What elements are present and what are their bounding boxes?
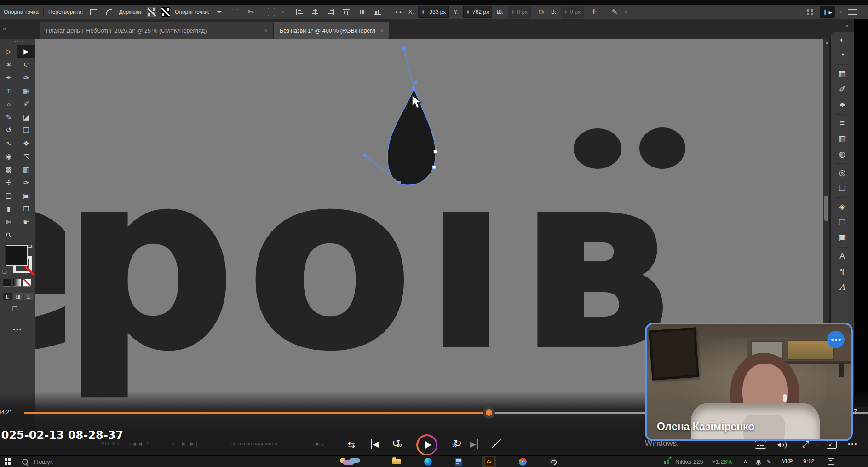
lasso-tool[interactable]: Ϛ bbox=[17, 58, 35, 72]
workspace-switcher[interactable]: ❙▶ bbox=[820, 6, 835, 18]
layers-panel[interactable]: ◈ bbox=[831, 199, 854, 215]
collapse-panels-icon[interactable]: « bbox=[845, 23, 848, 29]
scrollbar-thumb[interactable] bbox=[824, 196, 828, 221]
width-tool[interactable]: ∿ bbox=[0, 137, 17, 150]
stepper-icon[interactable]: ▲▼ bbox=[421, 9, 425, 15]
document-setup-icon[interactable] bbox=[266, 6, 277, 17]
swap-fill-stroke-icon[interactable]: ⇄ bbox=[28, 243, 33, 250]
artboards-panel[interactable]: ❒ bbox=[831, 215, 854, 231]
forward-30-icon[interactable]: ↺30 bbox=[447, 438, 462, 452]
play-button[interactable] bbox=[416, 434, 437, 455]
rewind-10-icon[interactable]: ↺10 bbox=[392, 438, 407, 452]
illustrator-taskbar-icon[interactable]: Ai bbox=[482, 456, 496, 467]
stepper-icon[interactable]: ▲▼ bbox=[466, 9, 470, 15]
arrange-documents-icon[interactable] bbox=[804, 6, 815, 17]
blend-tool[interactable]: ✣ bbox=[0, 176, 17, 190]
transparency-panel[interactable]: ◍ bbox=[831, 147, 854, 162]
volume-icon[interactable] bbox=[777, 441, 789, 449]
add-anchor-icon[interactable]: ✒ bbox=[214, 6, 225, 17]
calculator-icon[interactable] bbox=[453, 456, 464, 467]
y-field[interactable]: ▲▼ 762 px bbox=[463, 6, 492, 18]
stock-change[interactable]: +1.28% bbox=[712, 456, 732, 467]
artboard-tool[interactable]: ❒ bbox=[17, 202, 35, 216]
ellipse-tool[interactable]: ○ bbox=[0, 98, 17, 111]
toolbar-drag-handle[interactable] bbox=[12, 40, 24, 42]
rotate-tool[interactable]: ↺ bbox=[0, 124, 17, 137]
document-tab[interactable]: Плакат День Г НебСотні_2025.ai* @ 25 % (… bbox=[40, 22, 273, 39]
menu-icon[interactable] bbox=[847, 6, 858, 17]
graph-tool[interactable]: ▮ bbox=[0, 202, 17, 216]
chevron-down-icon[interactable]: ˅ bbox=[117, 441, 120, 446]
panel-group-drag-handle[interactable] bbox=[831, 113, 854, 116]
link-dimensions-icon[interactable]: ⧉ bbox=[535, 6, 546, 17]
last-artboard-icon[interactable]: ▶❘ bbox=[190, 441, 199, 447]
pathfinder-panel[interactable]: ▣ bbox=[831, 230, 854, 246]
character-panel[interactable]: A bbox=[831, 249, 854, 265]
align-bottom-icon[interactable] bbox=[372, 6, 383, 17]
edge-icon[interactable] bbox=[422, 456, 433, 467]
anchor-point[interactable] bbox=[397, 181, 401, 184]
more-tools-icon[interactable]: ••• bbox=[13, 326, 23, 333]
scale-tool[interactable]: ❏ bbox=[17, 124, 35, 137]
type-tool[interactable]: T bbox=[0, 85, 17, 98]
handle-end-dot[interactable] bbox=[402, 46, 406, 50]
stroke-panel[interactable]: ≡ bbox=[831, 116, 854, 132]
weather-widget[interactable] bbox=[338, 456, 366, 467]
align-top-icon[interactable] bbox=[341, 6, 352, 17]
x-value[interactable]: -333 px bbox=[427, 9, 446, 15]
convert-smooth-icon[interactable] bbox=[103, 6, 115, 17]
gradient-button[interactable] bbox=[13, 279, 21, 287]
teardrop-path-editing[interactable] bbox=[354, 37, 455, 202]
paragraph-panel[interactable]: ¶ bbox=[831, 264, 854, 280]
paintbrush-tool[interactable]: ✐ bbox=[17, 98, 35, 111]
align-hcenter-icon[interactable] bbox=[310, 6, 321, 17]
convert-corner-icon[interactable] bbox=[88, 6, 99, 17]
default-fill-stroke-icon[interactable]: ❏ bbox=[2, 269, 7, 275]
graphic-styles-panel[interactable]: ❑ bbox=[831, 181, 854, 196]
first-artboard-icon[interactable]: ❘◀ bbox=[128, 441, 136, 447]
previous-track-icon[interactable]: ◀ bbox=[371, 439, 379, 449]
eyedropper-tool[interactable]: ✑ bbox=[17, 176, 35, 190]
screen-mode-icon[interactable]: ❐ bbox=[12, 306, 18, 313]
chevron-down-icon[interactable]: ˅ bbox=[172, 441, 174, 446]
y-value[interactable]: 762 px bbox=[472, 9, 489, 15]
start-button[interactable] bbox=[2, 456, 17, 467]
file-explorer-icon[interactable] bbox=[391, 456, 402, 467]
search-icon[interactable] bbox=[20, 456, 29, 467]
gradient-panel[interactable]: ▥ bbox=[831, 131, 854, 147]
pen-tray-icon[interactable]: ✎ bbox=[766, 456, 771, 467]
align-right-icon[interactable] bbox=[325, 6, 336, 17]
tab-close-icon[interactable]: × bbox=[264, 27, 268, 34]
draw-behind-mode[interactable]: ◨ bbox=[13, 293, 23, 300]
hidden-icons-chevron[interactable]: ∧ bbox=[743, 456, 747, 467]
curvature-tool[interactable]: ✑ bbox=[17, 71, 35, 85]
fill-swatch[interactable] bbox=[6, 245, 28, 266]
prev-artboard-icon[interactable]: ◀ bbox=[138, 441, 142, 447]
color-panel[interactable]: ◐ bbox=[831, 32, 854, 48]
webcam-more-button[interactable] bbox=[827, 331, 845, 348]
mesh-tool[interactable]: ▩ bbox=[0, 163, 17, 177]
shape-properties-icon[interactable]: ✎ bbox=[609, 6, 620, 17]
color-guide-panel[interactable]: ◔ bbox=[831, 48, 854, 63]
appearance-panel[interactable]: ◎ bbox=[831, 165, 854, 181]
stock-widget-icon[interactable] bbox=[662, 456, 672, 467]
microphone-tray-icon[interactable] bbox=[754, 456, 763, 467]
chevron-down-icon[interactable]: ˅ bbox=[625, 10, 627, 15]
handle-end-dot[interactable] bbox=[363, 154, 367, 157]
draw-normal-mode[interactable]: ◧ bbox=[3, 293, 12, 300]
zoom-level[interactable]: 400 % bbox=[101, 441, 115, 446]
x-field[interactable]: ▲▼ -333 px bbox=[418, 6, 449, 18]
transform-icon[interactable]: ✛ bbox=[588, 6, 599, 17]
magic-wand-tool[interactable]: ✶ bbox=[0, 58, 17, 72]
color-button[interactable] bbox=[3, 279, 11, 287]
align-vcenter-icon[interactable] bbox=[356, 6, 368, 17]
collapse-tabs-icon[interactable]: « bbox=[3, 26, 6, 32]
clock[interactable]: 9:12 bbox=[803, 456, 814, 467]
anchor-point[interactable] bbox=[434, 150, 437, 153]
panel-group-drag-handle[interactable] bbox=[831, 246, 854, 249]
chrome-icon[interactable] bbox=[517, 456, 528, 467]
align-left-icon[interactable] bbox=[294, 6, 305, 17]
brushes-panel[interactable]: ✐ bbox=[831, 82, 854, 98]
cut-path-icon[interactable]: ✄ bbox=[245, 6, 256, 17]
perspective-grid-tool[interactable]: ◹ bbox=[17, 150, 35, 163]
